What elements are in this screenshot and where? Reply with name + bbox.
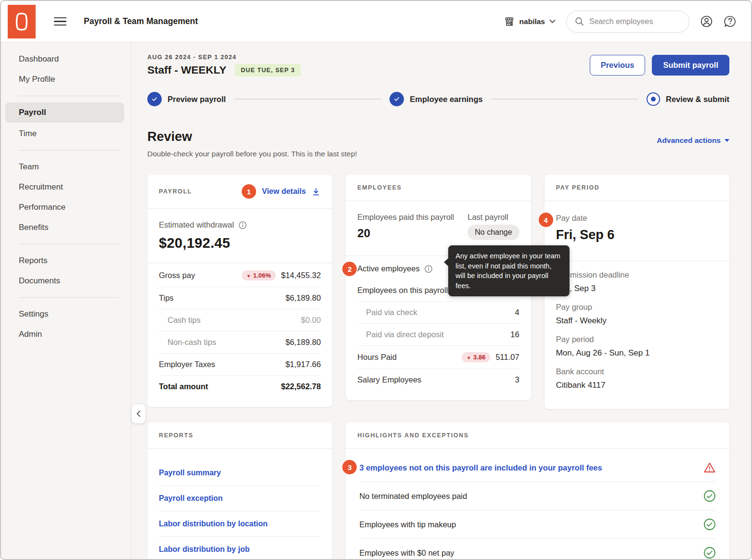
page-title: Staff - WEEKLY: [147, 64, 226, 76]
payroll-row-tips: Tips $6,189.80: [159, 287, 321, 309]
step-preview-payroll[interactable]: Preview payroll: [147, 92, 226, 106]
sidebar-item-time[interactable]: Time: [1, 124, 131, 144]
highlight-row-payroll-fees: 3 3 employees not on this payroll are in…: [359, 454, 716, 482]
review-subtitle: Double-check your payroll before you pos…: [147, 150, 357, 158]
divider: [545, 261, 729, 261]
decrease-arrow-icon: [467, 354, 471, 361]
step-label: Employee earnings: [410, 95, 482, 104]
account-switcher[interactable]: nabilas: [504, 16, 556, 27]
topbar-actions: nabilas: [504, 11, 737, 33]
app-logo[interactable]: [8, 5, 36, 38]
bank-account-field: Bank account Citibank 4117: [556, 367, 718, 390]
card-title: PAYROLL: [159, 188, 192, 195]
submission-deadline-field: Submission deadline Tue, Sep 3: [556, 270, 718, 293]
divider: [19, 297, 119, 298]
active-employees-tooltip: Any active employee in your team list, e…: [448, 245, 570, 296]
payroll-fees-link[interactable]: 3 employees not on this payroll are incl…: [359, 463, 602, 472]
employees-row-hours-paid: Hours Paid 3.86 511.07: [357, 346, 519, 369]
sidebar-collapse-button[interactable]: [131, 404, 145, 423]
active-employees-label: Active employees: [357, 264, 419, 273]
caret-down-icon: [725, 139, 729, 142]
payroll-row-non-cash-tips: Non-cash tips $6,189.80: [159, 331, 321, 354]
report-link-payroll-summary[interactable]: Payroll summary: [159, 469, 221, 477]
employees-row-salary-employees: Salary Employees 3: [357, 369, 519, 391]
card-title: EMPLOYEES: [357, 184, 402, 191]
highlight-row-zero-net-pay: Employees with $0 net pay: [359, 539, 716, 559]
pay-group-field: Pay group Staff - Weekly: [556, 303, 718, 326]
payroll-row-total-amount: Total amount $22,562.78: [159, 376, 321, 397]
payroll-row-employer-taxes: Employer Taxes $1,917.66: [159, 354, 321, 376]
step-number-badge-4: 4: [539, 213, 553, 227]
report-link-labor-distribution-location[interactable]: Labor distribution by location: [159, 520, 268, 528]
decrease-badge: 3.86: [462, 352, 490, 362]
review-heading: Review: [147, 129, 357, 144]
info-icon[interactable]: [424, 265, 433, 273]
step-label: Preview payroll: [168, 95, 226, 104]
chevron-down-icon: [549, 19, 556, 24]
account-icon[interactable]: [700, 15, 713, 28]
reports-card: REPORTS Payroll summary Payroll exceptio…: [147, 422, 332, 559]
step-label: Review & submit: [666, 95, 729, 104]
divider: [19, 150, 119, 151]
employees-card: EMPLOYEES Employees paid this payroll 20…: [346, 175, 531, 400]
decrease-badge: 1.06%: [242, 270, 276, 280]
sidebar-item-team[interactable]: Team: [1, 157, 131, 177]
step-employee-earnings[interactable]: Employee earnings: [389, 92, 482, 106]
sidebar-item-settings[interactable]: Settings: [1, 304, 131, 324]
submit-payroll-button[interactable]: Submit payroll: [652, 55, 729, 76]
sidebar-item-recruitment[interactable]: Recruitment: [1, 177, 131, 197]
highlight-row-tip-makeup: Employees with tip makeup: [359, 510, 716, 539]
menu-icon[interactable]: [54, 14, 66, 28]
card-title: PAY PERIOD: [556, 184, 600, 191]
payroll-run-header: AUG 26 2024 - SEP 1 2024 Staff - WEEKLY …: [147, 54, 729, 76]
homebase-mark-icon: [13, 11, 30, 33]
check-circle-icon: [703, 518, 716, 531]
step-current-icon: [647, 92, 660, 106]
search-box[interactable]: [566, 11, 689, 33]
view-details-link[interactable]: View details: [262, 187, 306, 196]
main-content: AUG 26 2024 - SEP 1 2024 Staff - WEEKLY …: [131, 42, 751, 559]
advanced-actions-label: Advanced actions: [657, 136, 721, 145]
estimated-withdrawal-label: Estimated withdrawal: [159, 220, 234, 229]
app-title: Payroll & Team Management: [84, 16, 198, 26]
download-icon[interactable]: [311, 187, 321, 196]
step-connector: [234, 99, 381, 100]
sidebar-item-payroll[interactable]: Payroll: [5, 102, 124, 123]
warning-icon: [703, 461, 716, 474]
search-input[interactable]: [589, 17, 681, 26]
report-link-labor-distribution-job[interactable]: Labor distribution by job: [159, 545, 249, 553]
storefront-icon: [504, 16, 515, 27]
sidebar-item-admin[interactable]: Admin: [1, 324, 131, 344]
previous-button[interactable]: Previous: [590, 55, 646, 76]
card-title: REPORTS: [159, 432, 194, 439]
divider: [19, 244, 119, 244]
check-circle-icon: [703, 490, 716, 502]
no-change-badge: No change: [467, 225, 519, 240]
payroll-card: PAYROLL 1 View details Estimated withdra…: [147, 175, 332, 407]
sidebar-item-my-profile[interactable]: My Profile: [1, 69, 131, 89]
divider: [19, 96, 119, 96]
chevron-left-icon: [136, 410, 141, 417]
help-icon[interactable]: [724, 15, 737, 28]
estimated-withdrawal-value: $20,192.45: [159, 235, 321, 251]
divider: [147, 263, 332, 263]
pay-date-label: Pay date: [556, 214, 718, 223]
highlights-card: HIGHLIGHTS AND EXCEPTIONS 3 3 employees …: [346, 422, 729, 559]
sidebar-item-performance[interactable]: Performance: [1, 197, 131, 217]
employees-paid-label: Employees paid this payroll: [357, 213, 454, 222]
info-icon[interactable]: [238, 221, 247, 229]
step-number-badge-2: 2: [342, 262, 357, 276]
report-link-payroll-exception[interactable]: Payroll exception: [159, 494, 223, 502]
step-review-submit[interactable]: Review & submit: [647, 92, 729, 106]
sidebar-item-reports[interactable]: Reports: [1, 251, 131, 271]
sidebar: Dashboard My Profile Payroll Time Team R…: [1, 42, 131, 559]
sidebar-item-dashboard[interactable]: Dashboard: [1, 49, 131, 69]
payroll-row-gross-pay: Gross pay 1.06% $14,455.32: [159, 264, 321, 287]
check-circle-icon: [703, 547, 716, 559]
pay-date-value: Fri, Sep 6: [556, 228, 718, 242]
highlight-row-terminated: No terminated employees paid: [359, 482, 716, 510]
sidebar-item-benefits[interactable]: Benefits: [1, 217, 131, 238]
sidebar-item-documents[interactable]: Documents: [1, 271, 131, 291]
step-number-badge-3: 3: [342, 460, 357, 474]
advanced-actions-dropdown[interactable]: Advanced actions: [657, 136, 729, 145]
